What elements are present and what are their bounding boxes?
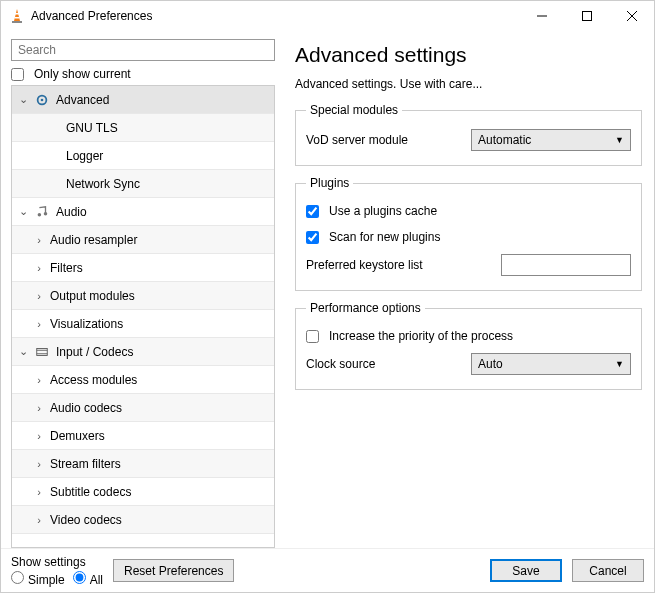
chevron-down-icon: ▼ (615, 359, 624, 369)
svg-rect-3 (15, 17, 20, 19)
tree-label: Network Sync (66, 177, 140, 191)
tree-label: Advanced (56, 93, 109, 107)
tree-label: Subtitle codecs (50, 485, 131, 499)
reset-preferences-button[interactable]: Reset Preferences (113, 559, 234, 582)
tree-item-demuxers[interactable]: ›Demuxers (12, 422, 274, 450)
tree-label: Filters (50, 261, 83, 275)
group-performance: Performance options Increase the priorit… (295, 301, 642, 390)
svg-rect-1 (12, 21, 22, 23)
only-show-current-checkbox[interactable]: Only show current (11, 67, 275, 81)
codec-icon (34, 344, 50, 360)
minimize-button[interactable] (519, 1, 564, 31)
close-button[interactable] (609, 1, 654, 31)
tree-item-network-sync[interactable]: Network Sync (12, 170, 274, 198)
checkbox-label: Scan for new plugins (329, 230, 440, 244)
show-settings-label: Show settings (11, 555, 103, 569)
select-value: Automatic (478, 133, 531, 147)
cancel-button[interactable]: Cancel (572, 559, 644, 582)
checkbox-label: Increase the priority of the process (329, 329, 513, 343)
svg-point-11 (44, 212, 48, 216)
keystore-input[interactable] (501, 254, 631, 276)
chevron-down-icon: ⌄ (16, 345, 30, 358)
select-value: Auto (478, 357, 503, 371)
tree-item-subtitle-codecs[interactable]: ›Subtitle codecs (12, 478, 274, 506)
tree-item-access-modules[interactable]: ›Access modules (12, 366, 274, 394)
radio-all[interactable]: All (73, 571, 103, 587)
chevron-right-icon: › (32, 486, 46, 498)
chevron-right-icon: › (32, 318, 46, 330)
music-note-icon (34, 204, 50, 220)
save-button[interactable]: Save (490, 559, 562, 582)
increase-priority-box[interactable] (306, 330, 319, 343)
vod-server-select[interactable]: Automatic ▼ (471, 129, 631, 151)
chevron-right-icon: › (32, 402, 46, 414)
use-plugins-cache-box[interactable] (306, 205, 319, 218)
tree-item-stream-filters[interactable]: ›Stream filters (12, 450, 274, 478)
search-input[interactable] (11, 39, 275, 61)
page-title: Advanced settings (295, 43, 642, 67)
window-title: Advanced Preferences (31, 9, 152, 23)
chevron-down-icon: ⌄ (16, 205, 30, 218)
titlebar: Advanced Preferences (1, 1, 654, 31)
tree-item-filters[interactable]: ›Filters (12, 254, 274, 282)
tree-item-logger[interactable]: Logger (12, 142, 274, 170)
only-show-current-label: Only show current (34, 67, 131, 81)
use-plugins-cache-checkbox[interactable]: Use a plugins cache (306, 204, 437, 218)
tree-item-gnu-tls[interactable]: GNU TLS (12, 114, 274, 142)
chevron-down-icon: ▼ (615, 135, 624, 145)
chevron-right-icon: › (32, 374, 46, 386)
chevron-down-icon: ⌄ (16, 93, 30, 106)
page-subtitle: Advanced settings. Use with care... (295, 77, 642, 91)
tree-label: Input / Codecs (56, 345, 133, 359)
tree-label: Stream filters (50, 457, 121, 471)
maximize-button[interactable] (564, 1, 609, 31)
settings-tree[interactable]: ⌄ Advanced GNU TLS Logger Network Sync ⌄… (11, 85, 275, 548)
tree-label: Audio codecs (50, 401, 122, 415)
tree-label: Output modules (50, 289, 135, 303)
svg-rect-5 (582, 12, 591, 21)
tree-label: Logger (66, 149, 103, 163)
tree-label: GNU TLS (66, 121, 118, 135)
tree-label: Video codecs (50, 513, 122, 527)
tree-item-input-codecs[interactable]: ⌄ Input / Codecs (12, 338, 274, 366)
chevron-right-icon: › (32, 290, 46, 302)
scan-new-plugins-checkbox[interactable]: Scan for new plugins (306, 230, 440, 244)
chevron-right-icon: › (32, 262, 46, 274)
tree-item-audio-resampler[interactable]: ›Audio resampler (12, 226, 274, 254)
scan-new-plugins-box[interactable] (306, 231, 319, 244)
tree-label: Audio resampler (50, 233, 137, 247)
vod-server-label: VoD server module (306, 133, 471, 147)
chevron-right-icon: › (32, 430, 46, 442)
vlc-cone-icon (9, 8, 25, 24)
tree-item-output-modules[interactable]: ›Output modules (12, 282, 274, 310)
group-legend: Plugins (306, 176, 353, 190)
svg-rect-2 (15, 13, 19, 15)
clock-source-select[interactable]: Auto ▼ (471, 353, 631, 375)
svg-marker-0 (14, 9, 20, 21)
tree-item-audio-codecs[interactable]: ›Audio codecs (12, 394, 274, 422)
checkbox-label: Use a plugins cache (329, 204, 437, 218)
chevron-right-icon: › (32, 458, 46, 470)
tree-item-video-codecs[interactable]: ›Video codecs (12, 506, 274, 534)
radio-simple[interactable]: Simple (11, 571, 65, 587)
tree-label: Demuxers (50, 429, 105, 443)
group-legend: Performance options (306, 301, 425, 315)
chevron-right-icon: › (32, 514, 46, 526)
tree-label: Visualizations (50, 317, 123, 331)
increase-priority-checkbox[interactable]: Increase the priority of the process (306, 329, 513, 343)
keystore-label: Preferred keystore list (306, 258, 501, 272)
group-legend: Special modules (306, 103, 402, 117)
chevron-right-icon: › (32, 234, 46, 246)
svg-point-10 (38, 212, 42, 216)
tree-item-audio[interactable]: ⌄ Audio (12, 198, 274, 226)
tree-label: Audio (56, 205, 87, 219)
svg-rect-12 (37, 348, 48, 355)
svg-point-9 (41, 98, 44, 101)
tree-item-advanced[interactable]: ⌄ Advanced (12, 86, 274, 114)
group-special-modules: Special modules VoD server module Automa… (295, 103, 642, 166)
tree-label: Access modules (50, 373, 137, 387)
only-show-current-box[interactable] (11, 68, 24, 81)
clock-source-label: Clock source (306, 357, 471, 371)
gear-icon (34, 92, 50, 108)
tree-item-visualizations[interactable]: ›Visualizations (12, 310, 274, 338)
